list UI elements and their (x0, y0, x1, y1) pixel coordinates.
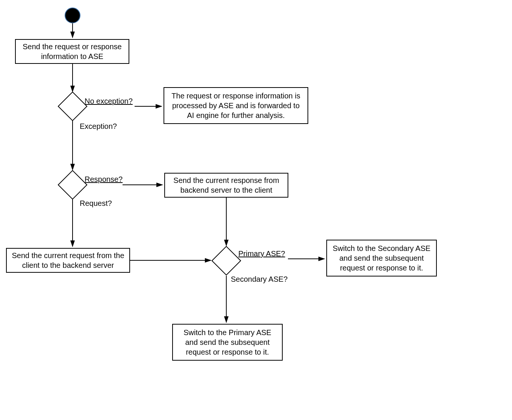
label-primary-ase: Primary ASE? (238, 249, 285, 258)
box-send-to-ase: Send the request or response information… (15, 39, 129, 64)
label-request: Request? (80, 199, 112, 208)
box-switch-secondary: Switch to the Secondary ASE and send the… (326, 240, 437, 276)
start-node (65, 8, 80, 23)
label-response: Response? (85, 175, 123, 184)
box-processed-forwarded: The request or response information is p… (164, 87, 308, 124)
box-switch-primary: Switch to the Primary ASE and send the s… (172, 324, 283, 361)
decision-exception (58, 91, 87, 121)
decision-ase-role (211, 246, 241, 275)
decision-request-response (58, 170, 87, 199)
label-secondary-ase: Secondary ASE? (231, 275, 288, 284)
box-send-response-to-client: Send the current response from backend s… (164, 173, 288, 198)
box-send-request-to-backend: Send the current request from the client… (6, 248, 130, 273)
label-no-exception: No exception? (85, 97, 133, 106)
label-exception: Exception? (80, 122, 117, 131)
flowchart-canvas: Send the request or response information… (0, 0, 512, 420)
